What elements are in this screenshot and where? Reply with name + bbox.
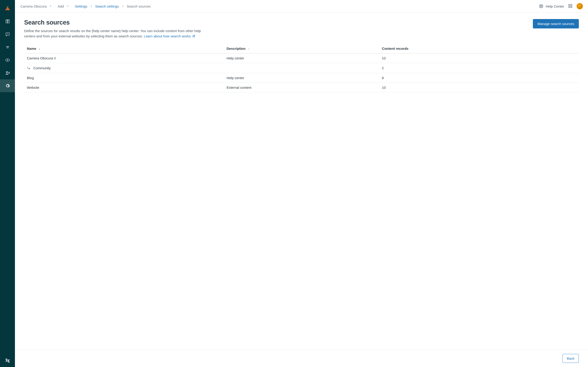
lock-icon	[53, 56, 57, 60]
topbar: Camera Obscura Add Settings Search setti…	[15, 0, 588, 13]
breadcrumb-search-settings[interactable]: Search settings	[95, 4, 119, 8]
svg-point-2	[7, 59, 8, 61]
svg-point-3	[6, 71, 8, 73]
eye-icon	[5, 58, 10, 63]
external-link-icon	[192, 35, 195, 38]
table-row: BlogHelp center8	[24, 73, 579, 83]
svg-rect-11	[54, 58, 56, 59]
help-center-link[interactable]: Help Center	[539, 4, 564, 8]
breadcrumb: Settings Search settings Search sources	[75, 4, 151, 8]
cell-name: Community	[24, 63, 224, 73]
cell-name: Camera Obscura	[24, 53, 224, 63]
breadcrumb-settings[interactable]: Settings	[75, 4, 87, 8]
svg-rect-1	[6, 48, 9, 48]
lifebuoy-icon	[539, 4, 544, 8]
sidebar-item-customize[interactable]	[0, 54, 15, 67]
sidebar-item-articles[interactable]	[0, 15, 15, 28]
cell-records: 10	[379, 53, 579, 63]
back-button[interactable]: Back	[562, 354, 579, 363]
manage-search-sources-button[interactable]: Manage search sources	[533, 19, 579, 28]
add-dropdown-label: Add	[58, 4, 64, 8]
sidebar-item-arrange[interactable]	[0, 41, 15, 54]
breadcrumb-current: Search sources	[127, 4, 151, 8]
workspace-dropdown-label: Camera Obscura	[20, 4, 47, 8]
avatar[interactable]	[577, 3, 583, 9]
cell-records: 10	[379, 83, 579, 92]
add-dropdown[interactable]: Add	[58, 4, 69, 8]
sidebar	[0, 0, 15, 367]
column-header-records: Content records	[379, 44, 579, 53]
row-name: Blog	[27, 76, 34, 80]
apps-grid-icon	[568, 4, 572, 8]
sidebar-zendesk-logo[interactable]	[0, 354, 15, 367]
triangle-up-icon	[5, 6, 10, 12]
learn-link[interactable]: Learn about how search works	[144, 34, 195, 38]
chevron-right-icon	[122, 5, 124, 7]
zendesk-icon	[5, 358, 10, 363]
cell-records: 2	[379, 63, 579, 73]
book-icon	[5, 19, 10, 24]
cell-description: External content	[224, 83, 379, 92]
page-title: Search sources	[24, 19, 212, 26]
chat-alert-icon	[5, 32, 10, 37]
table-row: Camera ObscuraHelp center10	[24, 53, 579, 63]
user-lock-icon	[5, 70, 10, 75]
sort-icon	[38, 48, 41, 50]
sources-table: Name Description Content records Camera …	[24, 44, 579, 92]
cell-name: Blog	[24, 73, 224, 83]
child-arrow-icon	[27, 66, 31, 70]
row-name: Website	[27, 85, 39, 90]
lines-icon	[5, 45, 10, 50]
sidebar-logo[interactable]	[0, 2, 15, 15]
chevron-down-icon	[49, 5, 52, 8]
svg-rect-8	[571, 4, 572, 5]
table-row: WebsiteExternal content10	[24, 83, 579, 92]
cell-description: Help center	[224, 73, 379, 83]
workspace-dropdown[interactable]: Camera Obscura	[20, 4, 52, 8]
footer: Back	[15, 350, 588, 367]
cell-description	[224, 63, 379, 73]
table-row: Community2	[24, 63, 579, 73]
svg-rect-9	[569, 6, 570, 7]
sidebar-item-permissions[interactable]	[0, 67, 15, 79]
sidebar-item-settings[interactable]	[0, 79, 15, 92]
page-description: Define the sources for search results on…	[24, 28, 212, 39]
cell-records: 8	[379, 73, 579, 83]
sidebar-item-moderation[interactable]	[0, 28, 15, 41]
svg-rect-4	[8, 73, 9, 74]
row-name: Camera Obscura	[27, 56, 53, 60]
apps-button[interactable]	[568, 4, 572, 9]
cell-name: Website	[24, 83, 224, 92]
svg-rect-7	[569, 4, 570, 5]
gear-icon	[5, 83, 10, 88]
row-name: Community	[33, 66, 51, 70]
column-header-description[interactable]: Description	[224, 44, 379, 53]
main: Camera Obscura Add Settings Search setti…	[15, 0, 588, 367]
sort-icon	[247, 48, 250, 50]
help-center-label: Help Center	[546, 4, 564, 8]
column-header-name[interactable]: Name	[24, 44, 224, 53]
svg-point-6	[540, 6, 542, 7]
content: Search sources Define the sources for se…	[15, 13, 588, 350]
svg-rect-0	[6, 46, 9, 47]
svg-rect-10	[571, 6, 572, 7]
chevron-right-icon	[90, 5, 92, 7]
chevron-down-icon	[66, 5, 69, 8]
cell-description: Help center	[224, 53, 379, 63]
